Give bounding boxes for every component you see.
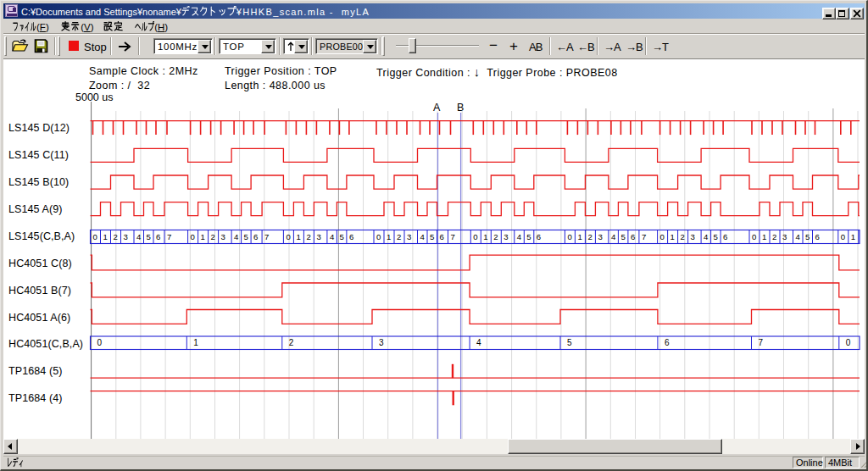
svg-text:0: 0 [660, 232, 665, 241]
svg-text:0: 0 [473, 232, 477, 241]
svg-text:4: 4 [136, 232, 142, 241]
svg-text:4: 4 [611, 232, 616, 241]
svg-text:3: 3 [124, 232, 128, 241]
svg-text:5: 5 [430, 232, 434, 241]
svg-text:1: 1 [577, 232, 581, 241]
svg-text:5: 5 [244, 232, 248, 241]
svg-text:5: 5 [805, 232, 810, 241]
svg-text:4: 4 [517, 232, 522, 241]
svg-text:2: 2 [211, 232, 215, 241]
svg-text:1: 1 [193, 338, 198, 347]
svg-text:5: 5 [714, 232, 718, 241]
svg-text:2: 2 [587, 232, 592, 241]
svg-text:2: 2 [772, 232, 776, 241]
svg-text:5: 5 [526, 232, 531, 241]
svg-text:6: 6 [537, 232, 541, 241]
svg-text:6: 6 [349, 232, 353, 241]
svg-text:2: 2 [493, 232, 498, 241]
svg-text:0: 0 [841, 232, 845, 241]
svg-text:6: 6 [253, 232, 258, 241]
svg-text:6: 6 [665, 338, 670, 347]
svg-text:5: 5 [620, 232, 625, 241]
svg-text:1: 1 [483, 232, 487, 241]
svg-text:1: 1 [103, 232, 108, 241]
svg-text:7: 7 [264, 232, 269, 241]
svg-text:5: 5 [567, 338, 572, 347]
svg-text:3: 3 [221, 232, 225, 241]
svg-text:6: 6 [723, 232, 727, 241]
svg-text:0: 0 [286, 232, 290, 241]
svg-text:6: 6 [440, 232, 444, 241]
svg-text:2: 2 [114, 232, 118, 241]
svg-text:7: 7 [642, 232, 646, 241]
svg-text:1: 1 [670, 232, 675, 241]
svg-text:3: 3 [407, 232, 411, 241]
svg-text:4: 4 [796, 232, 801, 241]
svg-text:1: 1 [201, 232, 205, 241]
svg-text:7: 7 [167, 232, 171, 241]
svg-text:3: 3 [504, 232, 508, 241]
svg-text:6: 6 [815, 232, 820, 241]
svg-text:0: 0 [846, 338, 851, 347]
svg-text:0: 0 [97, 338, 103, 347]
svg-text:2: 2 [306, 232, 310, 241]
svg-text:4: 4 [420, 232, 426, 241]
svg-text:1: 1 [296, 232, 300, 241]
svg-text:0: 0 [752, 232, 756, 241]
svg-text:2: 2 [397, 232, 401, 241]
svg-text:4: 4 [234, 232, 239, 241]
svg-text:2: 2 [289, 338, 294, 347]
svg-text:4: 4 [330, 232, 335, 241]
svg-text:6: 6 [156, 232, 160, 241]
svg-text:6: 6 [631, 232, 635, 241]
svg-text:5: 5 [147, 232, 151, 241]
svg-text:0: 0 [376, 232, 381, 241]
svg-text:0: 0 [93, 232, 97, 241]
svg-text:3: 3 [782, 232, 787, 241]
svg-text:3: 3 [379, 338, 384, 347]
svg-text:1: 1 [387, 232, 391, 241]
svg-text:1: 1 [851, 232, 855, 241]
svg-text:7: 7 [759, 338, 764, 347]
svg-text:2: 2 [681, 232, 685, 241]
svg-text:1: 1 [762, 232, 766, 241]
svg-text:4: 4 [476, 338, 481, 347]
svg-text:3: 3 [598, 232, 602, 241]
svg-text:7: 7 [451, 232, 455, 241]
svg-text:0: 0 [567, 232, 571, 241]
svg-text:4: 4 [704, 232, 709, 241]
svg-text:3: 3 [316, 232, 320, 241]
svg-text:0: 0 [191, 232, 195, 241]
svg-text:5: 5 [339, 232, 343, 241]
svg-text:3: 3 [691, 232, 695, 241]
